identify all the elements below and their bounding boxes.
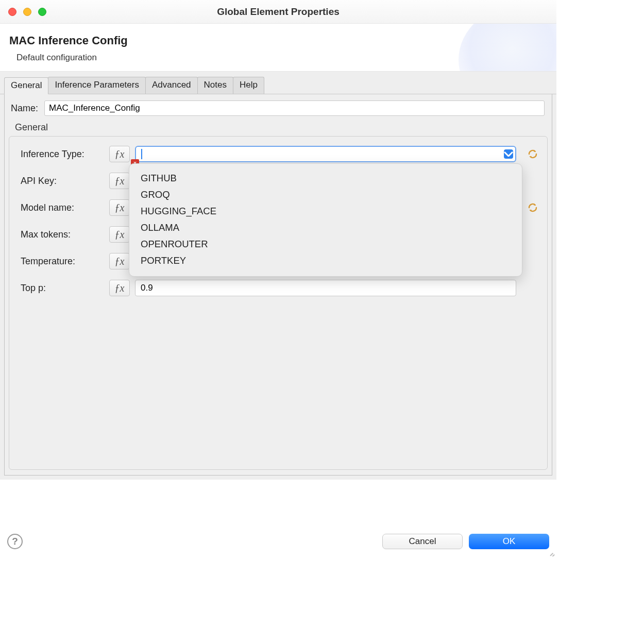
general-group-panel: Inference Type: ƒx x GITHUB GROQ HUGGING… (9, 136, 548, 470)
tab-help[interactable]: Help (233, 77, 264, 94)
dropdown-item-hugging-face[interactable]: HUGGING_FACE (139, 203, 513, 219)
temperature-label: Temperature: (21, 256, 104, 267)
refresh-icon-model-name[interactable] (526, 200, 540, 215)
dropdown-item-ollama[interactable]: OLLAMA (139, 219, 513, 236)
config-subtitle: Default configuration (9, 53, 547, 63)
text-cursor (141, 149, 142, 159)
refresh-icon[interactable] (526, 147, 540, 161)
chevron-down-icon[interactable] (504, 149, 513, 159)
window-title: Global Element Properties (0, 6, 556, 18)
dropdown-item-github[interactable]: GITHUB (139, 170, 513, 187)
title-bar: Global Element Properties (0, 0, 556, 24)
name-label: Name: (11, 103, 38, 114)
header: MAC Inference Config Default configurati… (0, 24, 556, 72)
dropdown-item-groq[interactable]: GROQ (139, 187, 513, 203)
name-input[interactable] (44, 100, 545, 116)
dropdown-item-openrouter[interactable]: OPENROUTER (139, 236, 513, 252)
api-key-label: API Key: (21, 176, 104, 187)
fx-button-inference-type[interactable]: ƒx (109, 146, 130, 162)
tab-strip: General Inference Parameters Advanced No… (0, 72, 556, 94)
help-button[interactable]: ? (7, 534, 23, 549)
tab-panel-general: Name: General Inference Type: ƒx x (4, 94, 552, 476)
max-tokens-label: Max tokens: (21, 229, 104, 240)
top-p-input[interactable] (135, 280, 516, 296)
fx-button-max-tokens[interactable]: ƒx (109, 226, 130, 243)
tab-inference-parameters[interactable]: Inference Parameters (48, 77, 145, 94)
fx-button-api-key[interactable]: ƒx (109, 173, 130, 189)
fx-button-model-name[interactable]: ƒx (109, 199, 130, 216)
config-title: MAC Inference Config (9, 34, 547, 47)
tab-general[interactable]: General (4, 77, 48, 94)
resize-handle[interactable] (548, 548, 555, 555)
bottom-bar: ? Cancel OK (0, 527, 556, 556)
cancel-button[interactable]: Cancel (382, 534, 463, 549)
inference-type-dropdown: GITHUB GROQ HUGGING_FACE OLLAMA OPENROUT… (129, 163, 522, 277)
tab-advanced[interactable]: Advanced (145, 77, 198, 94)
dropdown-item-portkey[interactable]: PORTKEY (139, 252, 513, 269)
top-p-label: Top p: (21, 283, 104, 294)
inference-type-combobox[interactable]: x (135, 146, 516, 162)
tab-notes[interactable]: Notes (197, 77, 233, 94)
ok-button[interactable]: OK (469, 534, 549, 549)
group-label: General (9, 121, 548, 136)
inference-type-label: Inference Type: (21, 149, 104, 160)
model-name-label: Model name: (21, 202, 104, 213)
fx-button-temperature[interactable]: ƒx (109, 253, 130, 269)
fx-button-top-p[interactable]: ƒx (109, 280, 130, 296)
